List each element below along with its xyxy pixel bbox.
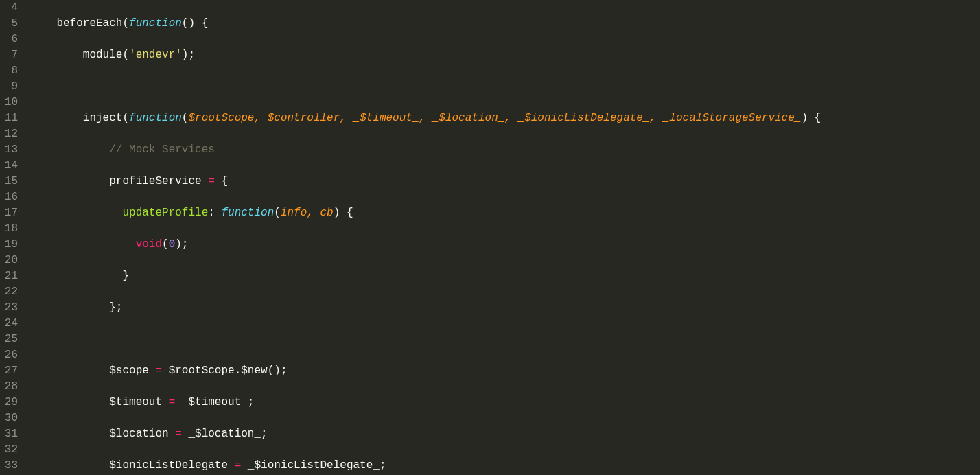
line-number: 31 [0,426,18,442]
line-number: 32 [0,442,18,458]
code-line: $timeout = _$timeout_; [30,395,980,410]
line-number: 28 [0,379,18,395]
line-number: 20 [0,253,18,268]
line-number: 9 [0,79,18,95]
code-line: } [30,268,980,284]
code-line [30,332,980,347]
line-number: 4 [0,0,18,16]
line-number: 26 [0,347,18,363]
code-line: $scope = $rootScope.$new(); [30,363,980,379]
line-number: 10 [0,95,18,111]
line-number: 21 [0,268,18,284]
line-number: 18 [0,221,18,237]
code-line: beforeEach(function() { [30,16,980,32]
code-line: // Mock Services [30,142,980,158]
line-number: 19 [0,237,18,253]
code-line: module('endevr'); [30,47,980,63]
code-line: profileService = { [30,174,980,189]
line-number: 16 [0,189,18,205]
code-line: void(0); [30,237,980,253]
code-line: updateProfile: function(info, cb) { [30,205,980,221]
line-number: 22 [0,284,18,300]
code-line: inject(function($rootScope, $controller,… [30,111,980,126]
line-number: 11 [0,111,18,126]
line-number: 12 [0,126,18,142]
line-number: 7 [0,47,18,63]
line-number-gutter: 4567891011121314151617181920212223242526… [0,0,25,475]
line-number: 30 [0,410,18,426]
line-number: 15 [0,174,18,189]
line-number: 33 [0,458,18,474]
code-line [30,79,980,95]
code-line: }; [30,300,980,316]
line-number: 8 [0,63,18,79]
line-number: 23 [0,300,18,316]
code-line: $ionicListDelegate = _$ionicListDelegate… [30,458,980,474]
code-line: $location = _$location_; [30,426,980,442]
line-number: 27 [0,363,18,379]
line-number: 17 [0,205,18,221]
line-number: 6 [0,32,18,47]
line-number: 14 [0,158,18,174]
line-number: 13 [0,142,18,158]
line-number: 24 [0,316,18,332]
line-number: 25 [0,332,18,347]
code-editor-content[interactable]: beforeEach(function() { module('endevr')… [25,0,980,475]
line-number: 29 [0,395,18,410]
line-number: 5 [0,16,18,32]
